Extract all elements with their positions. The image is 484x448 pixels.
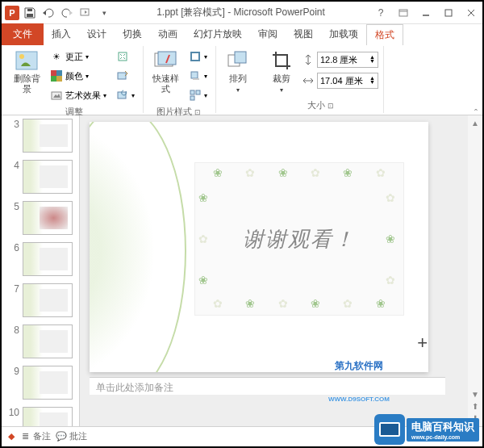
- scroll-down-icon[interactable]: ▼: [469, 388, 481, 400]
- quick-styles-icon: [152, 49, 178, 72]
- redo-icon[interactable]: [59, 6, 75, 20]
- corrections-button[interactable]: ☀更正▾: [47, 48, 110, 65]
- border-icon: [189, 50, 202, 63]
- maximize-button[interactable]: [437, 3, 460, 23]
- titlebar: P ▾ 1.ppt [兼容模式] - Microsoft PowerPoint …: [2, 2, 482, 24]
- comments-toggle[interactable]: 💬批注: [56, 430, 87, 442]
- remove-background-button[interactable]: 删除背景: [10, 48, 44, 96]
- svg-rect-20: [190, 90, 194, 94]
- svg-rect-1: [27, 9, 32, 11]
- slide-editor[interactable]: ❀✿❀✿❀✿ ✿❀✿❀✿❀ ❀✿❀ ✿❀✿ 谢谢观看！ + 单击此处添加备注: [80, 115, 468, 426]
- svg-rect-8: [56, 70, 62, 76]
- svg-rect-17: [191, 52, 199, 61]
- tab-file[interactable]: 文件: [2, 23, 44, 45]
- thumbnail-7[interactable]: 7: [6, 283, 74, 317]
- picture-effects-button[interactable]: ▾: [186, 67, 211, 85]
- tab-review[interactable]: 审阅: [250, 24, 286, 44]
- tab-design[interactable]: 设计: [79, 24, 115, 44]
- body: 3 4 5 6 7 8 9 10 11 ❀✿❀✿❀✿ ✿❀✿❀✿❀ ❀✿❀ ✿❀…: [2, 115, 482, 426]
- minimize-button[interactable]: [415, 3, 437, 23]
- group-adjust: 删除背景 ☀更正▾ 颜色▾ 艺术效果▾ ▾ 调整: [5, 46, 144, 113]
- svg-rect-4: [445, 10, 452, 16]
- group-picture-styles: 快速样式 ▾ ▾ ▾ 图片样式⊡: [144, 46, 216, 113]
- width-row: 17.04 厘米▲▼: [302, 72, 378, 90]
- notes-toggle[interactable]: ≣备注: [19, 430, 51, 442]
- collapse-ribbon-icon[interactable]: ˆ: [474, 108, 478, 119]
- thumbnail-6[interactable]: 6: [6, 242, 74, 276]
- qat-dropdown-icon[interactable]: ▾: [96, 6, 112, 20]
- effects-icon: [189, 69, 202, 82]
- crop-button[interactable]: 裁剪▾: [265, 48, 298, 96]
- width-input[interactable]: 17.04 厘米▲▼: [317, 73, 378, 89]
- tab-slideshow[interactable]: 幻灯片放映: [186, 24, 250, 44]
- slide-canvas[interactable]: ❀✿❀✿❀✿ ✿❀✿❀✿❀ ❀✿❀ ✿❀✿ 谢谢观看！: [90, 122, 428, 372]
- slide-thumbnails[interactable]: 3 4 5 6 7 8 9 10 11: [2, 115, 80, 426]
- svg-rect-5: [16, 52, 37, 69]
- picture-layout-button[interactable]: ▾: [186, 86, 211, 104]
- quick-styles-label: 快速样式: [150, 73, 181, 94]
- arrange-button[interactable]: 排列▾: [221, 48, 255, 96]
- color-button[interactable]: 颜色▾: [47, 67, 110, 85]
- undo-icon[interactable]: [40, 6, 56, 20]
- svg-rect-3: [399, 10, 407, 16]
- thumbnail-3[interactable]: 3: [6, 119, 74, 153]
- tab-view[interactable]: 视图: [286, 24, 321, 44]
- thumbnail-8[interactable]: 8: [6, 324, 74, 358]
- notes-icon: ≣: [19, 431, 31, 442]
- ribbon: 删除背景 ☀更正▾ 颜色▾ 艺术效果▾ ▾ 调整 快速样式 ▾ ▾: [2, 44, 482, 115]
- slide-image[interactable]: ❀✿❀✿❀✿ ✿❀✿❀✿❀ ❀✿❀ ✿❀✿ 谢谢观看！: [194, 162, 404, 316]
- quick-access-toolbar: P ▾: [2, 6, 112, 20]
- notes-pane[interactable]: 单击此处添加备注: [90, 377, 445, 395]
- thumbnail-9[interactable]: 9: [6, 366, 74, 400]
- change-picture-button[interactable]: [113, 67, 138, 85]
- tab-insert[interactable]: 插入: [44, 24, 79, 44]
- height-input[interactable]: 12.8 厘米▲▼: [317, 52, 378, 68]
- watermark-pcdaily: 电脑百科知识www.pc-daily.com: [374, 414, 479, 445]
- watermark-d9soft: 第九软件网 WWW.D9SOFT.COM: [328, 337, 390, 414]
- help-button[interactable]: ?: [369, 3, 392, 23]
- save-icon[interactable]: [22, 6, 38, 20]
- ribbon-tabs: 文件 插入 设计 切换 动画 幻灯片放映 审阅 视图 加载项 格式: [2, 24, 482, 44]
- start-from-beginning-icon[interactable]: [77, 6, 94, 20]
- close-button[interactable]: [460, 3, 482, 23]
- dialog-launcher-icon[interactable]: ⊡: [325, 102, 336, 110]
- crop-label: 裁剪▾: [273, 73, 290, 94]
- svg-rect-22: [190, 96, 194, 100]
- picture-border-button[interactable]: ▾: [186, 48, 211, 65]
- thumbnail-5[interactable]: 5: [6, 201, 74, 235]
- svg-rect-18: [191, 72, 198, 78]
- artistic-effects-button[interactable]: 艺术效果▾: [47, 86, 110, 104]
- compress-pictures-button[interactable]: [113, 48, 138, 65]
- svg-rect-12: [119, 52, 127, 61]
- reset-picture-button[interactable]: ▾: [113, 86, 138, 104]
- comments-icon: 💬: [56, 431, 67, 442]
- svg-rect-21: [196, 90, 200, 94]
- arrange-icon: [225, 49, 251, 72]
- tab-transitions[interactable]: 切换: [115, 24, 150, 44]
- svg-rect-24: [235, 52, 246, 63]
- change-pic-icon: [116, 69, 129, 82]
- size-group-label: 大小⊡: [265, 98, 378, 113]
- group-arrange: 排列▾: [216, 46, 260, 113]
- thumbnail-10[interactable]: 10: [6, 407, 74, 426]
- thumbnail-4[interactable]: 4: [6, 160, 74, 194]
- tab-format[interactable]: 格式: [366, 24, 403, 45]
- svg-rect-7: [51, 70, 56, 76]
- height-icon: [302, 53, 315, 66]
- window-controls: ?: [369, 3, 482, 23]
- ribbon-display-button[interactable]: [392, 3, 415, 23]
- width-icon: [302, 74, 315, 87]
- quick-styles-button[interactable]: 快速样式: [148, 48, 182, 96]
- tab-animations[interactable]: 动画: [150, 24, 186, 44]
- height-row: 12.8 厘米▲▼: [302, 51, 378, 69]
- svg-rect-9: [51, 76, 56, 82]
- window-title: 1.ppt [兼容模式] - Microsoft PowerPoint: [112, 6, 369, 19]
- prev-slide-icon[interactable]: ⬆: [470, 400, 480, 412]
- vertical-scrollbar[interactable]: ▲ ▼ ⬆ ⬇: [468, 115, 482, 426]
- remove-bg-icon: [14, 49, 40, 72]
- compress-icon: [116, 50, 129, 63]
- powerpoint-icon[interactable]: P: [5, 6, 19, 20]
- svg-rect-13: [118, 73, 126, 79]
- tab-addons[interactable]: 加载项: [321, 24, 366, 44]
- crop-icon: [269, 49, 294, 72]
